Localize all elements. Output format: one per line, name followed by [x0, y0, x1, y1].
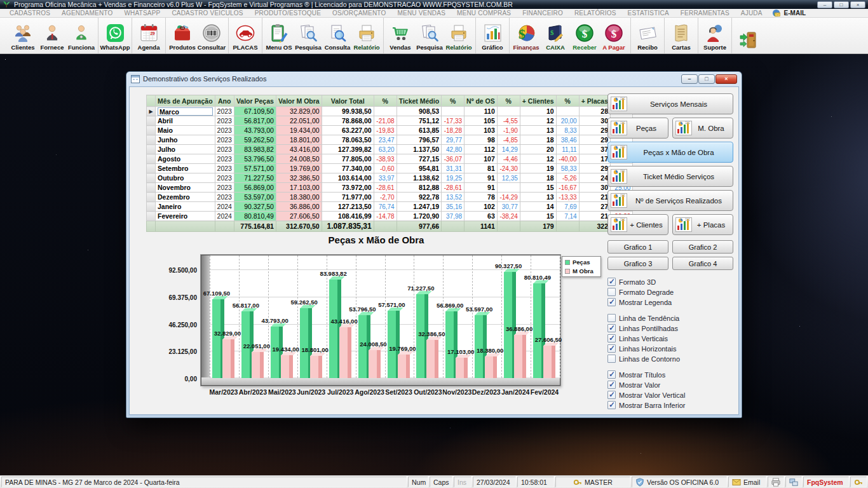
table-row-julho[interactable]: Julho 2023 83.983,82 43.416,00 127.399,8… — [147, 145, 633, 154]
table-row-abril[interactable]: Abril 2023 56.817,00 22.051,00 78.868,00… — [147, 116, 633, 126]
table-row-dezembro[interactable]: Dezembro 2023 53.597,00 18.380,00 71.977… — [147, 193, 633, 202]
toolbar-button-funciona[interactable]: Funciona — [67, 19, 96, 52]
checkbox-box[interactable] — [607, 401, 616, 409]
toolbar-button-consulta[interactable]: Consulta — [323, 19, 352, 52]
col-header-n-de-os[interactable]: Nº de OS — [465, 95, 498, 107]
toolbar-button-suporte[interactable]: Suporte — [700, 19, 729, 52]
chart-button-pe-as-x-m-o-de-obra[interactable]: Peças x Mão de Obra — [607, 142, 733, 163]
app-restore-button[interactable]: □ — [834, 1, 849, 8]
chart-button-clientes[interactable]: + Clientes — [607, 214, 668, 235]
window-minimize-button[interactable]: – — [681, 74, 698, 84]
app-minimize-button[interactable]: – — [817, 1, 832, 8]
table-row-janeiro[interactable]: Janeiro 2024 90.327,50 36.886,00 127.213… — [147, 202, 633, 212]
chart-button-n-de-servi-os-realizados[interactable]: Nº de Serviços Realizados — [607, 190, 733, 211]
col-header-gutter[interactable] — [147, 95, 156, 107]
checkbox-box[interactable] — [607, 288, 616, 296]
toolbar-button-recibo[interactable]: Recibo — [633, 19, 662, 52]
chart-button-ticket-m-dio-servi-os[interactable]: Ticket Médio Serviços — [607, 166, 733, 187]
col-header-pct-8[interactable]: % — [442, 95, 465, 107]
toolbar-button-caixa[interactable]: $CAIXA — [541, 19, 570, 52]
col-header-pct-12[interactable]: % — [556, 95, 579, 107]
table-row-setembro[interactable]: Setembro 2023 57.571,00 19.769,00 77.340… — [147, 164, 633, 173]
row-selector[interactable] — [147, 135, 156, 145]
table-row-outubro[interactable]: Outubro 2023 71.227,50 32.386,50 103.614… — [147, 173, 633, 183]
toolbar-button-clientes[interactable]: Clientes — [8, 19, 37, 52]
toolbar-button-gr-fico[interactable]: Gráfico — [478, 19, 507, 52]
menu-item-menu-compras[interactable]: MENU COMPRAS — [451, 10, 517, 17]
row-selector[interactable] — [147, 193, 156, 202]
col-header-ticket-m-dio[interactable]: Ticket Médio — [397, 95, 441, 107]
toolbar-button-finan-as[interactable]: $Finanças — [512, 19, 541, 52]
col-header-pct-10[interactable]: % — [497, 95, 520, 107]
toolbar-button-cartas[interactable]: Cartas — [667, 19, 696, 52]
toolbar-button-pesquisa[interactable]: Pesquisa — [415, 19, 444, 52]
menu-item-agendamento[interactable]: AGENDAMENTO — [56, 10, 118, 17]
menu-item-email[interactable]: E-MAIL — [768, 9, 810, 17]
checkbox-box[interactable] — [607, 391, 616, 399]
row-selector[interactable] — [147, 173, 156, 183]
toolbar-button-placas[interactable]: PLACAS — [231, 19, 260, 52]
row-selector[interactable] — [147, 126, 156, 135]
button-grafico-3[interactable]: Grafico 3 — [607, 257, 668, 270]
button-grafico-2[interactable]: Grafico 2 — [672, 240, 733, 254]
toolbar-button-receber[interactable]: $Receber — [570, 19, 599, 52]
row-selector[interactable] — [147, 164, 156, 173]
col-header-valor-m-obra[interactable]: Valor M Obra — [276, 95, 322, 107]
toolbar-button-whatsapp[interactable]: WhatsApp — [100, 19, 130, 52]
menu-item-financeiro[interactable]: FINANCEIRO — [517, 10, 569, 17]
window-maximize-button[interactable]: □ — [698, 74, 715, 84]
toolbar-button-relat-rio[interactable]: Relatório — [352, 19, 381, 52]
checkbox-formato-degrade[interactable]: Formato Degrade — [607, 288, 733, 296]
checkbox-linhas-verticais[interactable]: Linhas Verticais — [607, 334, 733, 342]
menu-item-estatistica[interactable]: ESTATISTICA — [622, 10, 675, 17]
checkbox-linhas-pontilhadas[interactable]: Linhas Pontilhadas — [607, 324, 733, 332]
row-selector[interactable]: ▶ — [147, 107, 156, 116]
col-header-m-s-de-apura-o[interactable]: Mês de Apuração — [156, 95, 215, 107]
checkbox-linha-de-tend-ncia[interactable]: Linha de Tendência — [607, 314, 733, 322]
app-close-button[interactable]: × — [850, 1, 865, 8]
row-selector[interactable] — [147, 212, 156, 221]
col-header-valor-total[interactable]: Valor Total — [322, 95, 374, 107]
checkbox-formato-3d[interactable]: Formato 3D — [607, 278, 733, 286]
window-titlebar[interactable]: Demonstrativo dos Serviços Realizados – … — [126, 72, 742, 86]
col-header-ano[interactable]: Ano — [215, 95, 234, 107]
toolbar-button-agenda[interactable]: 29Agenda — [134, 19, 163, 52]
checkbox-box[interactable] — [607, 370, 616, 379]
menu-item-ferramentas[interactable]: FERRAMENTAS — [675, 10, 735, 17]
menu-item-cadastros[interactable]: CADASTROS — [4, 10, 56, 17]
checkbox-mostrar-valor[interactable]: Mostrar Valor — [607, 381, 733, 389]
checkbox-box[interactable] — [607, 334, 616, 342]
row-selector[interactable] — [147, 183, 156, 193]
table-row-agosto[interactable]: Agosto 2023 53.796,50 24.008,50 77.805,0… — [147, 154, 633, 164]
button-grafico-4[interactable]: Grafico 4 — [672, 257, 733, 270]
chart-button-pe-as[interactable]: Peças — [607, 118, 668, 139]
checkbox-mostrar-barra-inferior[interactable]: Mostrar Barra Inferior — [607, 401, 733, 409]
col-header-clientes[interactable]: + Clientes — [520, 95, 556, 107]
checkbox-box[interactable] — [607, 355, 616, 363]
chart-button-placas[interactable]: + Placas — [672, 214, 733, 235]
row-selector[interactable] — [147, 145, 156, 154]
toolbar-button-produtos[interactable]: Produtos — [168, 19, 197, 52]
button-grafico-1[interactable]: Grafico 1 — [607, 240, 668, 254]
col-header-valor-pe-as[interactable]: Valor Peças — [234, 95, 276, 107]
toolbar-button-a-pagar[interactable]: $A Pagar — [599, 19, 628, 52]
toolbar-button-pesquisa[interactable]: Pesquisa — [294, 19, 323, 52]
toolbar-button-menu-os[interactable]: Menu OS — [264, 19, 294, 52]
table-row-marco[interactable]: ▶ Marco 2023 67.109,50 32.829,00 99.938,… — [147, 107, 633, 116]
chart-button-servi-os-mensais[interactable]: Serviços Mensais — [607, 93, 733, 114]
toolbar-button-consultar[interactable]: Consultar — [197, 19, 226, 52]
chart-button-m-obra[interactable]: M. Obra — [672, 118, 733, 139]
col-header-pct-6[interactable]: % — [374, 95, 397, 107]
menu-item-produto-estoque[interactable]: PRODUTO/ESTOQUE — [249, 10, 327, 17]
checkbox-box[interactable] — [607, 381, 616, 389]
checkbox-linhas-de-contorno[interactable]: Linhas de Contorno — [607, 355, 733, 363]
checkbox-box[interactable] — [607, 344, 616, 353]
menu-item-ajuda[interactable]: AJUDA — [735, 10, 768, 17]
table-row-novembro[interactable]: Novembro 2023 56.869,00 17.103,00 73.972… — [147, 183, 633, 193]
menu-item-menu-vendas[interactable]: MENU VENDAS — [391, 10, 451, 17]
menu-item-relat-rios[interactable]: RELATÓRIOS — [569, 10, 622, 17]
checkbox-linhas-horizontais[interactable]: Linhas Horizontais — [607, 344, 733, 353]
toolbar-button-relat-rio[interactable]: Relatório — [444, 19, 473, 52]
checkbox-mostrar-t-tulos[interactable]: Mostrar Títulos — [607, 370, 733, 379]
col-header-placas[interactable]: + Placas — [579, 95, 610, 107]
